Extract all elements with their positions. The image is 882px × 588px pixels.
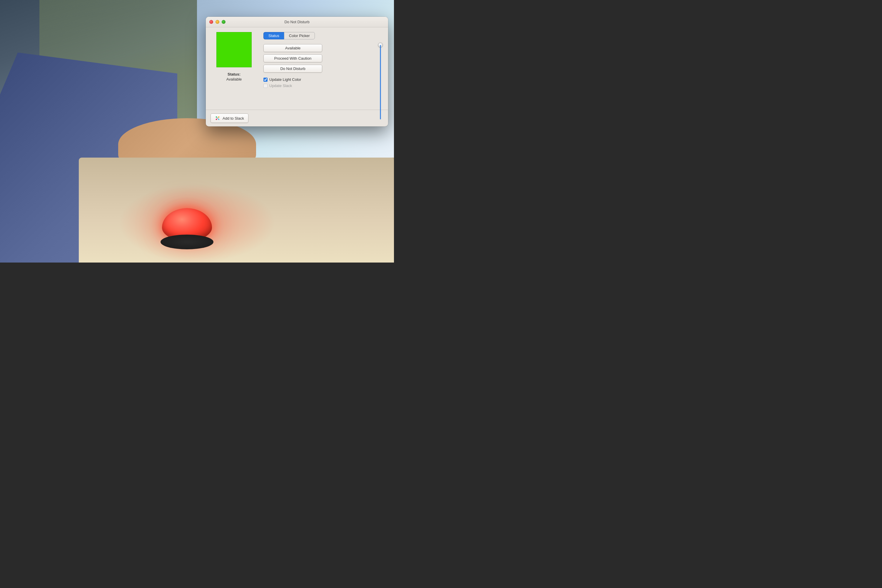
status-label: Status: <box>228 72 240 76</box>
slider-container[interactable] <box>378 43 383 122</box>
maximize-button[interactable] <box>222 20 225 24</box>
checkbox-row-update-light: Update Light Color <box>263 77 383 82</box>
svg-rect-3 <box>218 119 219 120</box>
slack-icon <box>215 116 220 121</box>
update-slack-label: Update Slack <box>269 84 292 88</box>
checkbox-group: Update Light Color Update Slack <box>263 77 383 88</box>
right-panel: Status Color Picker Available Proceed Wi… <box>263 32 383 105</box>
button-base <box>160 235 213 249</box>
mac-window: Do Not Disturb Status: Available Status … <box>206 17 388 126</box>
update-light-color-label: Update Light Color <box>269 77 301 82</box>
status-buttons: Available Proceed With Caution Do Not Di… <box>263 44 383 73</box>
available-button[interactable]: Available <box>263 44 322 52</box>
checkbox-row-update-slack: Update Slack <box>263 84 383 88</box>
bottom-section: Add to Slack <box>206 110 388 126</box>
update-slack-checkbox[interactable] <box>263 84 267 88</box>
svg-rect-0 <box>216 116 217 118</box>
traffic-lights <box>209 20 225 24</box>
window-title: Do Not Disturb <box>284 20 309 24</box>
slider-track <box>380 45 381 119</box>
close-button[interactable] <box>209 20 213 24</box>
tab-color-picker[interactable]: Color Picker <box>284 32 315 39</box>
status-value: Available <box>226 77 242 81</box>
add-to-slack-label: Add to Slack <box>222 116 244 120</box>
svg-rect-5 <box>216 118 219 119</box>
minimize-button[interactable] <box>216 20 219 24</box>
proceed-with-caution-button[interactable]: Proceed With Caution <box>263 54 322 62</box>
window-body: Status: Available Status Color Picker Av… <box>206 27 388 110</box>
svg-rect-2 <box>216 119 217 120</box>
tab-bar: Status Color Picker <box>263 32 315 39</box>
do-not-disturb-button[interactable]: Do Not Disturb <box>263 64 322 73</box>
add-to-slack-button[interactable]: Add to Slack <box>210 114 248 123</box>
tab-status[interactable]: Status <box>263 32 284 39</box>
update-light-color-checkbox[interactable] <box>263 78 267 82</box>
button-device <box>158 208 216 249</box>
title-bar: Do Not Disturb <box>206 17 388 27</box>
color-swatch <box>216 32 252 68</box>
svg-rect-1 <box>218 116 219 118</box>
left-panel: Status: Available <box>210 32 258 105</box>
